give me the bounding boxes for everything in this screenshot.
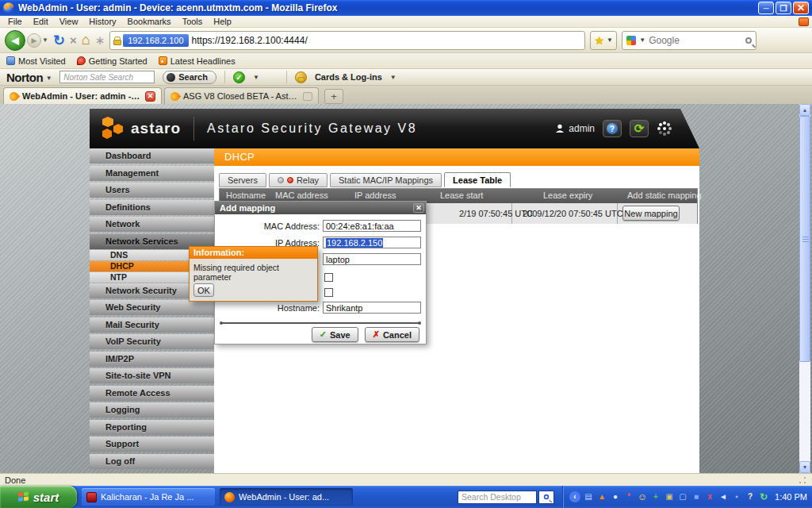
tray-help-icon[interactable]: ? <box>745 491 756 502</box>
desktop-search-button[interactable] <box>538 491 554 504</box>
tray-alert-icon[interactable]: x <box>704 491 715 502</box>
tray-messenger-icon[interactable]: * <box>623 491 634 502</box>
menu-view[interactable]: View <box>55 16 83 27</box>
sidebar-item-logging[interactable]: Logging <box>90 402 214 418</box>
cards-dropdown-icon[interactable]: ▼ <box>390 74 396 81</box>
addon-icon[interactable]: ∗ <box>95 33 105 48</box>
menu-bookmarks[interactable]: Bookmarks <box>123 16 176 27</box>
menu-file[interactable]: File <box>3 16 27 27</box>
start-button[interactable]: start <box>0 486 77 508</box>
hostname-field[interactable]: Shrikantp <box>323 302 421 314</box>
bookmark-latest-headlines[interactable]: Latest Headlines <box>159 56 236 66</box>
norton-logo[interactable]: Norton ▼ <box>6 71 52 84</box>
menu-history[interactable]: History <box>84 16 121 27</box>
search-icon[interactable] <box>745 37 752 44</box>
reload-button[interactable]: ↻ <box>53 32 65 49</box>
tray-folder-icon[interactable]: ▣ <box>664 491 675 502</box>
tab-close-icon[interactable]: ✕ <box>145 91 155 102</box>
web-search-box[interactable]: ▼ <box>622 31 756 50</box>
sidebar-item-voip-security[interactable]: VoIP Security <box>90 334 214 349</box>
sidebar-item-support[interactable]: Support <box>90 437 214 452</box>
tray-collapse-icon[interactable]: ‹ <box>569 491 580 502</box>
url-bar[interactable]: 192.168.2.100 https://192.168.2.100:4444… <box>109 31 585 50</box>
ok-button[interactable]: OK <box>193 283 214 297</box>
bookmark-dropdown-icon[interactable]: ▼ <box>607 37 613 44</box>
stop-button[interactable]: × <box>70 33 77 47</box>
norton-cards-label[interactable]: Cards & Log-ins <box>315 72 382 82</box>
menu-help[interactable]: Help <box>209 16 236 27</box>
browser-tab-asg-beta[interactable]: ASG V8 Closed BETA - Astaro User Bull... <box>164 87 319 104</box>
browser-tab-webadmin[interactable]: WebAdmin - User: admin - Devic... ✕ <box>3 87 162 104</box>
tray-smiley-icon[interactable]: ☺ <box>637 491 648 502</box>
forward-button[interactable]: ▶ <box>27 33 41 48</box>
home-button[interactable]: ⌂ <box>82 32 90 48</box>
tray-sync-icon[interactable]: ↻ <box>758 491 769 502</box>
scroll-up-icon[interactable]: ▲ <box>799 104 810 116</box>
tab-close-icon-inactive[interactable] <box>303 92 312 101</box>
norton-search-button[interactable]: Search <box>163 71 216 84</box>
ip-address-field[interactable]: 192.168.2.150 <box>323 237 421 248</box>
tray-vlc-icon[interactable]: ▲ <box>596 491 607 502</box>
new-mapping-button[interactable]: New mapping <box>622 206 680 221</box>
vertical-scrollbar[interactable]: ▲ ▼ <box>799 104 810 473</box>
search-engine-dropdown-icon[interactable]: ▼ <box>639 37 645 44</box>
save-button[interactable]: ✓Save <box>312 327 358 342</box>
tray-network-icon[interactable]: ▤ <box>583 491 594 502</box>
tray-updates-icon[interactable]: ■ <box>691 491 702 502</box>
minimize-button[interactable]: ─ <box>758 2 774 14</box>
tab-static-mappings[interactable]: Static MAC/IP Mappings <box>330 173 442 187</box>
web-search-input[interactable] <box>649 35 742 46</box>
mac-address-field[interactable]: 00:24:e8:a1:fa:aa <box>323 220 421 232</box>
refresh-button[interactable]: ⟳ <box>630 120 649 137</box>
cancel-button[interactable]: ✗Cancel <box>365 327 419 342</box>
norton-search-input[interactable]: Norton Safe Search <box>59 71 155 83</box>
sidebar-item-site-to-site-vpn[interactable]: Site-to-site VPN <box>90 368 214 383</box>
dialog-close-icon[interactable]: ✕ <box>413 203 424 213</box>
scrollbar-thumb[interactable] <box>799 116 810 362</box>
desktop-search-input[interactable]: Search Desktop <box>458 491 537 504</box>
sidebar-item-remote-access[interactable]: Remote Access <box>90 386 214 401</box>
new-tab-button[interactable]: + <box>324 89 343 104</box>
history-dropdown-icon[interactable]: ▼ <box>42 37 48 44</box>
tab-relay[interactable]: Relay <box>269 173 327 187</box>
checkbox-2[interactable] <box>324 288 333 297</box>
sidebar-item-management[interactable]: Management <box>90 166 214 181</box>
maximize-button[interactable]: ❐ <box>776 2 791 14</box>
help-button[interactable]: ? <box>603 120 622 137</box>
norton-safety-icon[interactable]: ✓ <box>233 71 245 83</box>
norton-lock-icon[interactable] <box>295 71 307 83</box>
sidebar-item-web-security[interactable]: Web Security <box>90 300 214 315</box>
tray-volume-icon[interactable]: ◄ <box>718 491 729 502</box>
site-identity-badge[interactable]: 192.168.2.100 <box>123 34 188 47</box>
sidebar-item-im-p2p[interactable]: IM/P2P <box>90 352 214 367</box>
sidebar-item-mail-security[interactable]: Mail Security <box>90 318 214 333</box>
sidebar-item-network[interactable]: Network <box>90 217 214 232</box>
url-text[interactable]: https://192.168.2.100:4444/ <box>192 35 308 46</box>
sidebar-item-dashboard[interactable]: Dashboard <box>90 148 214 164</box>
sidebar-item-reporting[interactable]: Reporting <box>90 420 214 435</box>
tray-display-icon[interactable]: ▢ <box>677 491 688 502</box>
scroll-down-icon[interactable]: ▼ <box>799 461 810 473</box>
back-button[interactable]: ◀ <box>5 30 25 51</box>
tray-ime-icon[interactable]: ▪ <box>731 491 742 502</box>
bookmark-most-visited[interactable]: Most Visited <box>6 56 66 66</box>
menu-tools[interactable]: Tools <box>178 16 208 27</box>
tray-search-icon[interactable]: ● <box>610 491 621 502</box>
text-field[interactable]: laptop <box>323 253 421 265</box>
resize-grip[interactable] <box>798 475 807 485</box>
session-icon[interactable] <box>799 17 809 26</box>
sidebar-item-definitions[interactable]: Definitions <box>90 200 214 215</box>
bookmark-getting-started[interactable]: Getting Started <box>77 56 147 66</box>
close-button[interactable]: ✕ <box>793 2 809 14</box>
checkbox-1[interactable] <box>324 273 333 282</box>
tray-antivirus-icon[interactable]: + <box>650 491 661 502</box>
menu-edit[interactable]: Edit <box>29 16 53 27</box>
norton-safety-dropdown-icon[interactable]: ▼ <box>253 74 259 81</box>
tab-servers[interactable]: Servers <box>219 173 266 187</box>
tab-lease-table[interactable]: Lease Table <box>444 172 511 187</box>
bookmark-star-button[interactable]: ★ ▼ <box>590 31 617 50</box>
sidebar-item-users[interactable]: Users <box>90 183 214 198</box>
taskbar-item-kalicharan[interactable]: Kalicharan - Ja Re Ja ... <box>82 488 215 506</box>
taskbar-item-webadmin[interactable]: WebAdmin - User: ad... <box>220 488 353 506</box>
sidebar-item-log-off[interactable]: Log off <box>90 454 214 469</box>
